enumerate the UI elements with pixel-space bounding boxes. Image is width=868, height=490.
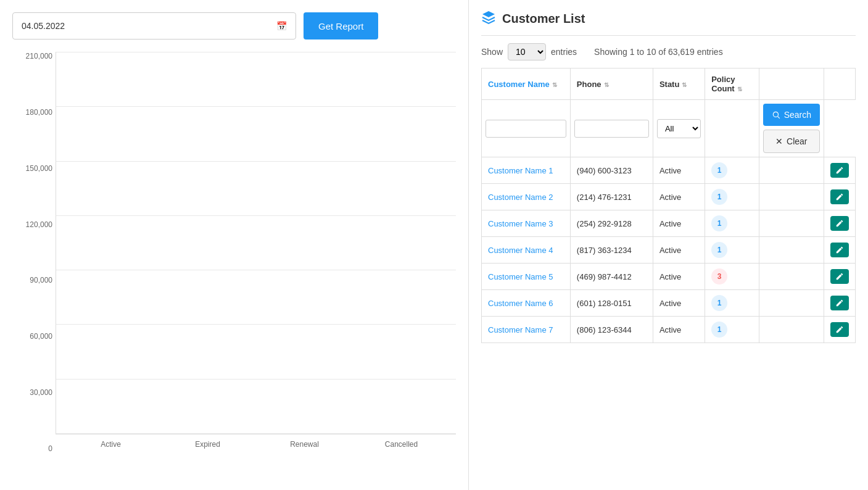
edit-icon xyxy=(835,166,844,175)
edit-button[interactable] xyxy=(830,269,849,284)
y-axis-label: 60,000 xyxy=(12,332,52,341)
customer-status-cell: Active xyxy=(653,290,705,317)
edit-icon xyxy=(835,246,844,254)
customer-name-link[interactable]: Customer Name 3 xyxy=(488,219,553,228)
date-row: 04.05.2022 📅 Get Report xyxy=(12,12,456,39)
edit-button[interactable] xyxy=(830,322,849,337)
customer-status-cell: Active xyxy=(653,210,705,237)
policy-badge: 3 xyxy=(711,268,727,284)
calendar-icon: 📅 xyxy=(276,21,287,31)
customer-action-cell xyxy=(824,210,855,237)
date-input[interactable]: 04.05.2022 📅 xyxy=(12,12,296,39)
edit-icon xyxy=(835,299,844,307)
get-report-button[interactable]: Get Report xyxy=(304,12,378,39)
filter-name-input[interactable] xyxy=(486,120,566,138)
column-header-actions xyxy=(759,69,824,100)
customer-action-cell xyxy=(824,237,855,264)
customer-status-cell: Active xyxy=(653,264,705,290)
table-row: Customer Name 3(254) 292-9128Active1 xyxy=(482,210,856,237)
table-row: Customer Name 7(806) 123-6344Active1 xyxy=(482,317,856,343)
left-panel: 04.05.2022 📅 Get Report 210,000180,00015… xyxy=(0,0,469,490)
customer-name-link[interactable]: Customer Name 7 xyxy=(488,325,553,334)
table-header-row: Customer Name⇅Phone⇅Statu⇅Policy Count⇅ xyxy=(482,69,856,100)
customer-name-link[interactable]: Customer Name 4 xyxy=(488,246,553,255)
customer-name-link[interactable]: Customer Name 6 xyxy=(488,299,553,308)
y-axis-label: 0 xyxy=(12,444,52,453)
customer-name-link[interactable]: Customer Name 2 xyxy=(488,193,553,202)
customer-name-cell: Customer Name 6 xyxy=(482,290,571,317)
policy-badge: 1 xyxy=(711,215,727,231)
x-icon: ✕ xyxy=(775,136,783,146)
right-panel: Customer List Show 102550100 entries Sho… xyxy=(469,0,868,490)
edit-icon xyxy=(835,193,844,201)
y-axis-labels: 210,000180,000150,000120,00090,00060,000… xyxy=(12,52,52,453)
customer-name-cell: Customer Name 5 xyxy=(482,264,571,290)
panel-title: Customer List xyxy=(502,12,585,26)
customer-name-cell: Customer Name 4 xyxy=(482,237,571,264)
table-body: Customer Name 1(940) 600-3123Active1 Cus… xyxy=(482,157,856,343)
x-label: Expired xyxy=(178,440,238,449)
customer-empty-cell xyxy=(759,157,824,184)
customer-name-cell: Customer Name 7 xyxy=(482,317,571,343)
customer-policy-cell: 1 xyxy=(705,290,759,317)
y-axis-label: 30,000 xyxy=(12,388,52,397)
x-label: Active xyxy=(81,440,141,449)
filter-phone-input[interactable] xyxy=(574,120,649,138)
filter-status-select[interactable]: AllActiveExpiredRenewalCancelled xyxy=(657,119,701,138)
entries-select[interactable]: 102550100 xyxy=(508,43,546,60)
showing-info: Showing 1 to 10 of 63,619 entries xyxy=(594,47,723,57)
policy-badge: 1 xyxy=(711,242,727,258)
customer-phone-cell: (469) 987-4412 xyxy=(570,264,653,290)
clear-button[interactable]: ✕ Clear xyxy=(763,130,820,153)
filter-name-cell xyxy=(482,100,571,157)
customer-phone-cell: (806) 123-6344 xyxy=(570,317,653,343)
edit-icon xyxy=(835,272,844,281)
column-header-policy_count[interactable]: Policy Count⇅ xyxy=(705,69,759,100)
table-row: Customer Name 4(817) 363-1234Active1 xyxy=(482,237,856,264)
column-header-name[interactable]: Customer Name⇅ xyxy=(482,69,571,100)
y-axis-label: 120,000 xyxy=(12,220,52,229)
customer-policy-cell: 3 xyxy=(705,264,759,290)
customer-policy-cell: 1 xyxy=(705,157,759,184)
customer-action-cell xyxy=(824,290,855,317)
column-header-action xyxy=(824,69,855,100)
customer-name-link[interactable]: Customer Name 5 xyxy=(488,272,553,281)
table-row: Customer Name 1(940) 600-3123Active1 xyxy=(482,157,856,184)
customer-policy-cell: 1 xyxy=(705,317,759,343)
policy-badge: 1 xyxy=(711,322,727,338)
customer-status-cell: Active xyxy=(653,157,705,184)
search-button[interactable]: Search xyxy=(763,104,820,126)
customer-phone-cell: (254) 292-9128 xyxy=(570,210,653,237)
table-row: Customer Name 5(469) 987-4412Active3 xyxy=(482,264,856,290)
layers-icon xyxy=(481,10,496,28)
customer-empty-cell xyxy=(759,210,824,237)
column-header-phone[interactable]: Phone⇅ xyxy=(570,69,653,100)
search-icon xyxy=(772,110,780,119)
customer-policy-cell: 1 xyxy=(705,237,759,264)
customer-action-cell xyxy=(824,157,855,184)
edit-button[interactable] xyxy=(830,163,849,178)
edit-button[interactable] xyxy=(830,243,849,257)
edit-button[interactable] xyxy=(830,189,849,204)
date-value: 04.05.2022 xyxy=(22,21,65,31)
chart-area: ActiveExpiredRenewalCancelled xyxy=(56,52,456,434)
customer-name-cell: Customer Name 3 xyxy=(482,210,571,237)
table-row: Customer Name 2(214) 476-1231Active1 xyxy=(482,184,856,210)
svg-point-0 xyxy=(773,112,778,117)
customer-name-cell: Customer Name 2 xyxy=(482,184,571,210)
show-row: Show 102550100 entries Showing 1 to 10 o… xyxy=(481,43,856,60)
edit-button[interactable] xyxy=(830,296,849,310)
policy-badge: 1 xyxy=(711,295,727,311)
customer-phone-cell: (214) 476-1231 xyxy=(570,184,653,210)
customer-name-link[interactable]: Customer Name 1 xyxy=(488,166,553,175)
filter-phone-cell xyxy=(570,100,653,157)
svg-line-1 xyxy=(777,117,779,118)
panel-header: Customer List xyxy=(481,10,856,36)
customer-empty-cell xyxy=(759,264,824,290)
edit-button[interactable] xyxy=(830,216,849,231)
column-header-status[interactable]: Statu⇅ xyxy=(653,69,705,100)
sort-icon: ⇅ xyxy=(604,81,609,88)
customer-policy-cell: 1 xyxy=(705,210,759,237)
customer-policy-cell: 1 xyxy=(705,184,759,210)
customer-action-cell xyxy=(824,317,855,343)
